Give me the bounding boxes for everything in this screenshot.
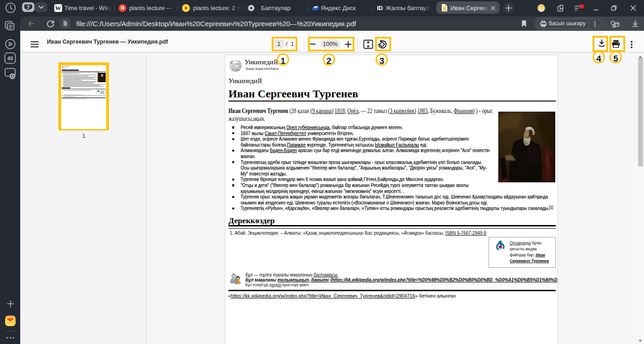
svg-text:7: 7 — [27, 5, 30, 10]
svg-text:И: И — [233, 65, 234, 67]
svg-text:И: И — [236, 68, 238, 71]
svg-text:ع: ع — [239, 65, 241, 67]
svg-text:W: W — [230, 62, 233, 64]
svg-text:诶: 诶 — [236, 63, 239, 65]
svg-text:43: 43 — [7, 56, 13, 61]
svg-text:PDF: PDF — [443, 10, 446, 11]
